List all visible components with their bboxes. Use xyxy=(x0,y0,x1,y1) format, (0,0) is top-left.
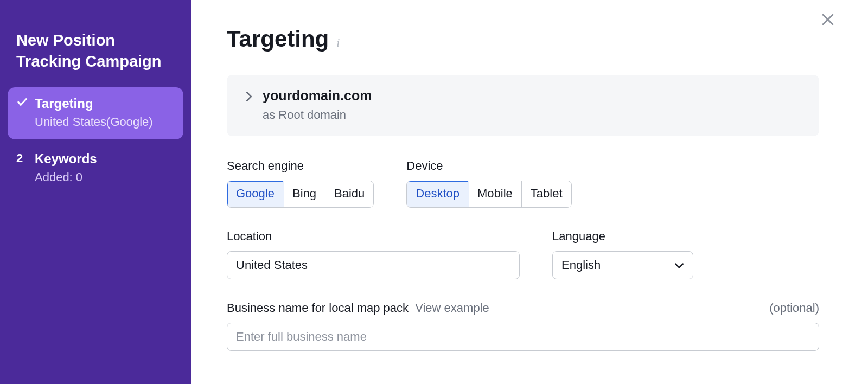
sidebar-step-keywords[interactable]: 2 Keywords Added: 0 xyxy=(8,143,183,195)
sidebar-title: New Position Tracking Campaign xyxy=(8,30,183,87)
step-number: 2 xyxy=(16,150,35,165)
device-option-tablet[interactable]: Tablet xyxy=(522,181,571,207)
device-option-mobile[interactable]: Mobile xyxy=(469,181,522,207)
checkmark-icon xyxy=(16,95,35,108)
device-option-desktop[interactable]: Desktop xyxy=(407,181,469,207)
domain-card[interactable]: yourdomain.com as Root domain xyxy=(227,75,819,136)
location-label: Location xyxy=(227,229,520,244)
info-icon[interactable]: i xyxy=(336,36,340,50)
location-field: Location xyxy=(227,229,520,279)
business-name-field: Business name for local map pack View ex… xyxy=(227,301,819,351)
language-field: Language English xyxy=(552,229,693,279)
setup-sidebar: New Position Tracking Campaign Targeting… xyxy=(0,0,191,384)
search-engine-option-bing[interactable]: Bing xyxy=(284,181,326,207)
search-engine-field: Search engine Google Bing Baidu xyxy=(227,159,374,208)
search-engine-option-baidu[interactable]: Baidu xyxy=(326,181,373,207)
search-engine-group: Google Bing Baidu xyxy=(227,181,374,208)
optional-label: (optional) xyxy=(769,301,819,315)
sidebar-step-sub: United States(Google) xyxy=(35,114,175,131)
page-heading: Targeting i xyxy=(227,26,819,52)
sidebar-step-label: Targeting xyxy=(35,95,175,112)
device-group: Desktop Mobile Tablet xyxy=(406,181,571,208)
page-title: Targeting xyxy=(227,26,329,52)
device-label: Device xyxy=(406,159,571,173)
business-name-label: Business name for local map pack View ex… xyxy=(227,301,489,315)
view-example-link[interactable]: View example xyxy=(415,301,489,315)
sidebar-step-sub: Added: 0 xyxy=(35,169,175,186)
search-engine-label: Search engine xyxy=(227,159,374,173)
chevron-right-icon xyxy=(245,88,253,104)
sidebar-step-targeting[interactable]: Targeting United States(Google) xyxy=(8,87,183,139)
domain-subtype: as Root domain xyxy=(263,108,372,122)
main-panel: Targeting i yourdomain.com as Root domai… xyxy=(191,0,868,384)
business-name-input[interactable] xyxy=(227,323,819,351)
chevron-down-icon xyxy=(674,258,684,272)
language-label: Language xyxy=(552,229,693,244)
device-field: Device Desktop Mobile Tablet xyxy=(406,159,571,208)
domain-name: yourdomain.com xyxy=(263,88,372,104)
sidebar-step-label: Keywords xyxy=(35,150,175,167)
close-icon xyxy=(820,11,836,28)
language-select[interactable]: English xyxy=(552,251,693,279)
location-input[interactable] xyxy=(227,251,520,279)
close-button[interactable] xyxy=(818,10,838,29)
language-value: English xyxy=(561,258,601,272)
search-engine-option-google[interactable]: Google xyxy=(227,181,284,207)
